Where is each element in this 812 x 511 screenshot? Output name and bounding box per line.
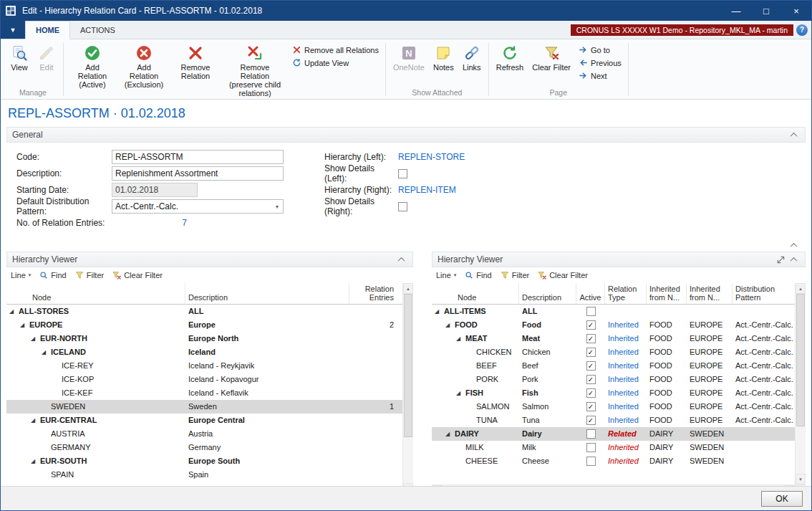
- tree-expand-icon[interactable]: ◢: [42, 345, 51, 359]
- hierarchy-right-link[interactable]: REPLEN-ITEM: [398, 185, 456, 195]
- active-checkbox[interactable]: ✓: [586, 375, 596, 384]
- table-row-ice-rey[interactable]: ICE-REYIceland - Reykjavik: [6, 359, 402, 373]
- expand-columns-icon[interactable]: [774, 254, 787, 265]
- right-filter-button[interactable]: Filter: [501, 271, 529, 280]
- tree-expand-icon[interactable]: ◢: [31, 414, 40, 427]
- left-filter-button[interactable]: Filter: [75, 271, 104, 280]
- active-checkbox[interactable]: ✓: [586, 361, 596, 371]
- table-row-tuna[interactable]: TUNATuna✓InheritedFOODEUROPEAct.-Centr.-…: [432, 414, 795, 427]
- active-checkbox[interactable]: ✓: [586, 416, 596, 425]
- show-details-left-checkbox[interactable]: [398, 169, 407, 178]
- table-row-austria[interactable]: AUSTRIAAustria: [6, 427, 402, 441]
- remove-all-relations-button[interactable]: Remove all Relations: [290, 44, 381, 55]
- table-row-cheese[interactable]: CHEESECheeseInheritedDAIRYSWEDEN: [432, 454, 795, 468]
- table-row-spain[interactable]: SPAINSpain: [6, 468, 402, 482]
- scroll-up-button[interactable]: ▲: [403, 283, 413, 294]
- remove-relation-preserve-button[interactable]: Remove Relation (preserve child relation…: [221, 42, 289, 99]
- tree-expand-icon[interactable]: ◢: [31, 454, 40, 468]
- table-row-all-items[interactable]: ◢ALL-ITEMSALL: [432, 305, 795, 318]
- onenote-button[interactable]: N OneNote: [389, 42, 429, 73]
- tree-expand-icon[interactable]: ◢: [20, 318, 29, 332]
- left-line-menu-button[interactable]: Line ▾: [11, 271, 31, 280]
- table-row-iceland[interactable]: ◢ICELANDIceland: [6, 345, 402, 359]
- table-row-salmon[interactable]: SALMONSalmon✓InheritedFOODEUROPEAct.-Cen…: [432, 400, 795, 414]
- description-input[interactable]: [112, 166, 284, 181]
- table-row-eur-central[interactable]: ◢EUR-CENTRALEurope Central: [6, 414, 402, 427]
- active-checkbox[interactable]: ✓: [586, 402, 596, 411]
- table-row-all-stores[interactable]: ◢ALL-STORESALL: [6, 305, 402, 318]
- table-row-sweden[interactable]: SWEDENSweden1: [6, 400, 402, 414]
- active-checkbox[interactable]: [586, 429, 596, 439]
- application-menu-button[interactable]: ▼: [1, 21, 25, 39]
- update-view-button[interactable]: Update View: [290, 57, 381, 68]
- table-row-eur-north[interactable]: ◢EUR-NORTHEurope North: [6, 332, 402, 345]
- scroll-up-button[interactable]: ▲: [796, 283, 806, 294]
- goto-button[interactable]: Go to: [576, 44, 624, 55]
- collapse-general-button[interactable]: [787, 130, 800, 140]
- active-checkbox[interactable]: ✓: [586, 334, 596, 343]
- minimize-button[interactable]: —: [721, 1, 751, 21]
- help-icon[interactable]: ?: [796, 24, 808, 36]
- clear-filter-button[interactable]: Clear Filter: [528, 42, 575, 73]
- code-input[interactable]: [112, 150, 284, 164]
- active-checkbox[interactable]: ✓: [586, 348, 596, 357]
- tree-expand-icon[interactable]: ◢: [9, 305, 19, 318]
- active-checkbox[interactable]: ✓: [586, 388, 596, 398]
- table-row-europe[interactable]: ◢EUROPEEurope2: [6, 318, 402, 332]
- active-checkbox[interactable]: ✓: [586, 320, 596, 330]
- tree-expand-icon[interactable]: ◢: [445, 427, 455, 441]
- table-row-food[interactable]: ◢FOODFood✓InheritedFOODEUROPEAct.-Centr.…: [432, 318, 795, 332]
- table-row-dairy[interactable]: ◢DAIRYDairyRelatedDAIRYSWEDEN: [432, 427, 795, 441]
- distribution-pattern-select[interactable]: Act.-Centr.-Calc. ▾: [112, 199, 284, 214]
- collapse-right-viewer-button[interactable]: [787, 254, 800, 265]
- scroll-track[interactable]: [443, 485, 784, 486]
- left-clear-filter-button[interactable]: Clear Filter: [112, 271, 163, 280]
- relation-entries-value[interactable]: 7: [112, 218, 187, 228]
- left-find-button[interactable]: Find: [39, 271, 66, 280]
- maximize-button[interactable]: □: [751, 1, 781, 21]
- table-row-chicken[interactable]: CHICKENChicken✓InheritedFOODEUROPEAct.-C…: [432, 345, 795, 359]
- tree-expand-icon[interactable]: ◢: [456, 332, 465, 345]
- table-row-milk[interactable]: MILKMilkInheritedDAIRYSWEDEN: [432, 441, 795, 454]
- left-vertical-scrollbar[interactable]: ▲ ▼: [402, 283, 413, 486]
- tree-expand-icon[interactable]: ◢: [435, 305, 444, 318]
- notes-button[interactable]: Notes: [429, 42, 458, 73]
- hierarchy-left-link[interactable]: REPLEN-STORE: [398, 152, 465, 162]
- add-relation-exclusion-button[interactable]: Add Relation (Exclusion): [118, 42, 170, 90]
- table-row-ice-kef[interactable]: ICE-KEFIceland - Keflavik: [6, 386, 402, 400]
- active-checkbox[interactable]: [586, 443, 596, 452]
- scroll-thumb[interactable]: [404, 294, 412, 437]
- scroll-track[interactable]: [796, 294, 806, 474]
- table-row-fish[interactable]: ◢FISHFish✓InheritedFOODEUROPEAct.-Centr.…: [432, 386, 795, 400]
- edit-button[interactable]: Edit: [33, 42, 60, 73]
- scroll-down-button[interactable]: ▼: [796, 474, 806, 484]
- view-button[interactable]: View: [6, 42, 33, 73]
- starting-date-input[interactable]: [112, 183, 198, 197]
- tree-expand-icon[interactable]: ◢: [456, 386, 465, 400]
- active-checkbox[interactable]: [586, 457, 596, 466]
- ok-button[interactable]: OK: [761, 491, 803, 507]
- tree-expand-icon[interactable]: ◢: [31, 332, 40, 345]
- table-row-pork[interactable]: PORKPork✓InheritedFOODEUROPEAct.-Centr.-…: [432, 373, 795, 386]
- right-find-button[interactable]: Find: [465, 271, 491, 280]
- remove-relation-button[interactable]: Remove Relation: [170, 42, 221, 82]
- show-details-right-checkbox[interactable]: [398, 202, 407, 211]
- scroll-track[interactable]: [403, 294, 413, 483]
- next-button[interactable]: Next: [576, 70, 624, 81]
- table-row-meat[interactable]: ◢MEATMeat✓InheritedFOODEUROPEAct.-Centr.…: [432, 332, 795, 345]
- table-row-beef[interactable]: BEEFBeef✓InheritedFOODEUROPEAct.-Centr.-…: [432, 359, 795, 373]
- close-button[interactable]: ×: [781, 1, 811, 21]
- table-row-ice-kop[interactable]: ICE-KOPIceland - Kopavogur: [6, 373, 402, 386]
- previous-button[interactable]: Previous: [576, 57, 624, 68]
- collapse-viewers-button[interactable]: [787, 240, 800, 251]
- add-relation-active-button[interactable]: Add Relation (Active): [67, 42, 118, 90]
- right-horizontal-scrollbar[interactable]: ◄ ►: [432, 484, 806, 486]
- right-clear-filter-button[interactable]: Clear Filter: [538, 271, 588, 280]
- right-vertical-scrollbar[interactable]: ▲ ▼: [795, 283, 806, 484]
- active-checkbox[interactable]: [586, 307, 596, 316]
- tab-actions[interactable]: ACTIONS: [70, 21, 125, 39]
- table-row-eur-south[interactable]: ◢EUR-SOUTHEurope South: [6, 454, 402, 468]
- collapse-left-viewer-button[interactable]: [395, 254, 407, 265]
- table-row-germany[interactable]: GERMANYGermany: [6, 441, 402, 454]
- scroll-thumb[interactable]: [796, 294, 805, 426]
